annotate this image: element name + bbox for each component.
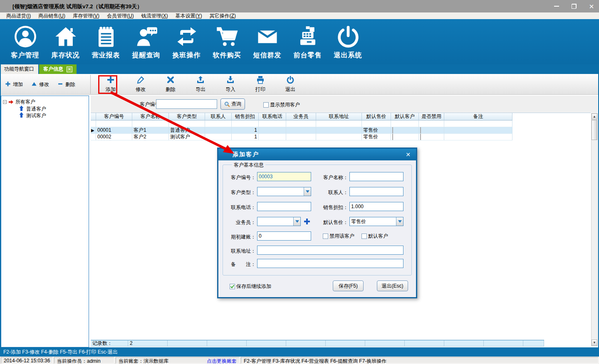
column-header-默认客户[interactable]: 默认客户	[391, 113, 419, 121]
menu-item-6[interactable]: 基本设置(Y)	[172, 12, 206, 20]
tree-node-测试客户[interactable]: 测试客户	[19, 112, 87, 119]
main-toolbar-退出系统[interactable]: 退出系统	[328, 19, 368, 64]
tab-功能导航窗口[interactable]: 功能导航窗口	[0, 64, 38, 74]
checkbox-icon	[263, 102, 269, 108]
disable-customer-checkbox[interactable]: 禁用该客户	[323, 233, 354, 240]
chevron-down-icon[interactable]	[396, 217, 403, 226]
column-header-联系地址[interactable]: 联系地址	[316, 113, 362, 121]
show-disabled-checkbox[interactable]: 显示禁用客户	[263, 101, 300, 108]
tree-node-普通客户[interactable]: 普通客户	[19, 106, 87, 112]
toolbar-导入-button[interactable]: 导入	[215, 75, 245, 93]
salesman-select[interactable]	[257, 217, 301, 226]
tab-客户信息[interactable]: 客户信息✕	[39, 64, 77, 74]
discount-field[interactable]	[349, 202, 403, 211]
cell-address	[316, 121, 362, 127]
cell-code	[96, 121, 132, 127]
search-input[interactable]	[156, 99, 217, 109]
dialog-title-bar: 添加客户 ✕	[218, 149, 416, 160]
toolbar-打印-button[interactable]: 打印	[245, 75, 275, 93]
cell-phone	[259, 127, 286, 134]
phone-field[interactable]	[257, 202, 311, 211]
toolbar-修改-button[interactable]: 修改	[126, 75, 156, 93]
main-toolbar-提醒查询[interactable]: 提醒查询	[126, 19, 166, 64]
arrow-up-icon	[19, 112, 24, 119]
cell-disabled	[419, 121, 444, 127]
table-row[interactable]: ▶00001客户1普通客户1零售价	[91, 127, 591, 134]
tree-node-all-customers[interactable]: − 所有客户	[3, 98, 87, 106]
phone-label: 联系电话：	[225, 204, 256, 211]
dialog-close-button[interactable]: ✕	[404, 151, 412, 158]
save-button[interactable]: 保存(F5)	[333, 280, 364, 291]
export-icon	[196, 76, 205, 86]
chevron-down-icon[interactable]	[304, 187, 311, 196]
tree-expander-icon[interactable]: −	[3, 100, 7, 104]
chevron-down-icon[interactable]	[293, 217, 300, 226]
column-header-联系人[interactable]: 联系人	[205, 113, 232, 121]
cell-price: 零售价	[362, 127, 391, 134]
toolbar-退出-button[interactable]: 退出	[275, 75, 305, 93]
scroll-up-button[interactable]: ▲	[592, 113, 597, 120]
cell-price	[362, 121, 391, 127]
cell-phone	[259, 134, 286, 140]
switch-account-link[interactable]: 点击更换账套	[207, 358, 237, 363]
user-icon	[13, 24, 37, 49]
main-toolbar-客户管理[interactable]: 客户管理	[5, 19, 45, 64]
tab-close-icon[interactable]: ✕	[67, 66, 72, 72]
code-field[interactable]	[257, 172, 311, 181]
scroll-thumb[interactable]	[592, 120, 597, 140]
default-customer-checkbox[interactable]: 默认客户	[361, 233, 388, 240]
name-field[interactable]	[349, 172, 403, 181]
column-header-客户编号[interactable]: 客户编号	[96, 113, 132, 121]
price-select[interactable]: 零售价	[349, 217, 403, 226]
add-salesman-button[interactable]	[304, 218, 310, 225]
contact-field[interactable]	[349, 187, 403, 196]
table-row[interactable]: 00002客户2测试客户1零售价	[91, 134, 591, 140]
column-header-业务员[interactable]: 业务员	[286, 113, 316, 121]
mini-修改-button[interactable]: 修改	[31, 81, 49, 88]
save-continue-checkbox[interactable]: 保存后继续添加	[230, 283, 271, 290]
grid-vertical-scrollbar[interactable]: ▲ ▼	[591, 113, 598, 346]
checkbox-icon	[420, 134, 421, 140]
restore-button[interactable]	[570, 2, 578, 10]
toolbar-删除-button[interactable]: 删除	[156, 75, 186, 93]
main-toolbar-软件购买[interactable]: 软件购买	[207, 19, 247, 64]
column-header-备注[interactable]: 备注	[444, 113, 512, 121]
remark-field[interactable]	[257, 259, 403, 268]
minimize-button[interactable]	[552, 2, 561, 10]
row-indicator	[91, 134, 96, 140]
opening-field[interactable]	[257, 231, 311, 241]
mini-删除-button[interactable]: 删除	[57, 81, 75, 88]
cell-address	[316, 127, 362, 134]
column-header-是否禁用[interactable]: 是否禁用	[419, 113, 444, 121]
column-header-销售折扣[interactable]: 销售折扣	[232, 113, 259, 121]
address-field[interactable]	[257, 246, 403, 255]
exit-button[interactable]: 退出(Esc)	[377, 280, 408, 291]
menu-item-1[interactable]: 商品进货(I)	[2, 12, 35, 20]
main-toolbar-换班操作[interactable]: 换班操作	[166, 19, 207, 64]
menu-item-2[interactable]: 商品销售(U)	[35, 12, 69, 20]
dialog-title: 添加客户	[233, 151, 259, 158]
toolbar-添加-button[interactable]: 添加	[96, 75, 126, 93]
toolbar-导出-button[interactable]: 导出	[186, 75, 215, 93]
menu-item-7[interactable]: 其它操作(Z)	[206, 12, 240, 20]
main-toolbar-短信群发[interactable]: 短信群发	[247, 19, 287, 64]
column-header-客户名称[interactable]: 客户名称	[132, 113, 169, 121]
column-header-客户类型[interactable]: 客户类型	[169, 113, 205, 121]
mini-增加-button[interactable]: 增加	[5, 81, 23, 88]
footer-cell	[168, 340, 207, 347]
scroll-down-button[interactable]: ▼	[592, 339, 597, 346]
menu-item-4[interactable]: 会员管理(U)	[103, 12, 138, 20]
main-toolbar-前台零售[interactable]: 前台零售	[287, 19, 328, 64]
column-header-默认售价[interactable]: 默认售价	[362, 113, 391, 121]
close-button[interactable]: ✕	[587, 2, 596, 10]
column-header-联系电话[interactable]: 联系电话	[259, 113, 286, 121]
main-toolbar-库存状况[interactable]: 库存状况	[45, 19, 86, 64]
menu-item-5[interactable]: 钱流管理(X)	[138, 12, 172, 20]
type-select[interactable]	[257, 187, 311, 196]
checkmark-icon	[230, 284, 235, 289]
status-operator: 当前操作员：admin	[54, 357, 114, 364]
search-icon	[224, 101, 230, 107]
menu-item-3[interactable]: 库存管理(V)	[69, 12, 103, 20]
main-toolbar-营业报表[interactable]: 营业报表	[86, 19, 126, 64]
query-button[interactable]: 查询	[220, 98, 245, 110]
